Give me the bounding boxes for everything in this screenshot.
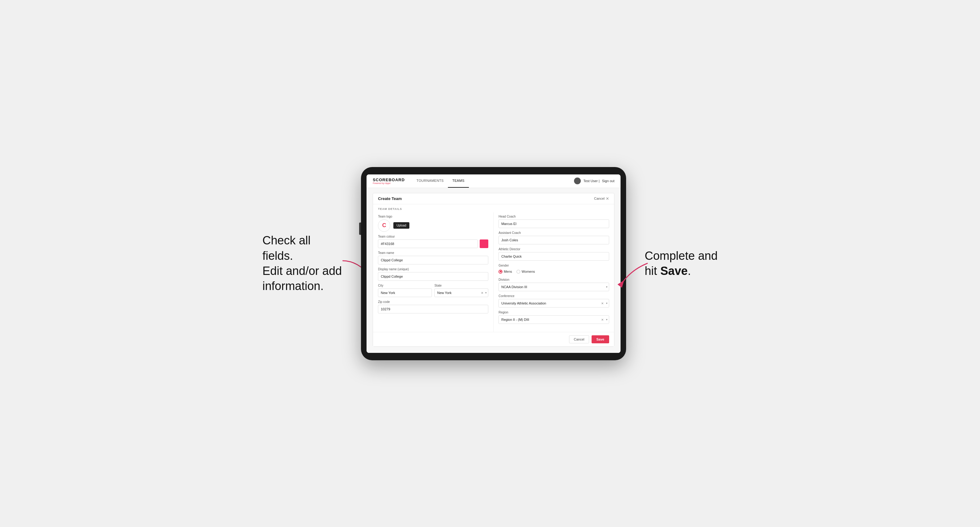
conference-label: Conference (498, 294, 609, 298)
head-coach-input[interactable] (498, 219, 609, 228)
logo-sub: Powered by clippd (373, 182, 405, 184)
zip-label: Zip code (378, 300, 488, 303)
user-text: Test User | (583, 179, 599, 183)
annotation-save-bold: Save (660, 264, 688, 277)
logo-circle: C (378, 219, 390, 232)
assistant-coach-input[interactable] (498, 236, 609, 244)
region-input[interactable] (498, 315, 609, 324)
logo-letter: C (382, 222, 386, 229)
state-label: State (434, 284, 488, 287)
division-select-wrap: NCAA Division III ▾ (498, 283, 609, 291)
cancel-top-label: Cancel (594, 197, 605, 200)
city-input[interactable] (378, 289, 432, 297)
team-colour-input[interactable] (378, 240, 478, 248)
head-coach-label: Head Coach (498, 215, 609, 218)
womens-radio-dot[interactable] (516, 270, 520, 274)
region-select-wrap: ✕ ▾ (498, 315, 609, 324)
annotation-right-end: . (688, 264, 691, 277)
annotation-right: Complete and hit Save. (644, 248, 718, 279)
display-name-input[interactable] (378, 272, 488, 281)
cancel-button[interactable]: Cancel (569, 335, 589, 343)
annotation-left-line1: Check all fields. (262, 234, 310, 262)
annotation-left-line3: information. (262, 279, 324, 292)
section-label: TEAM DETAILS (373, 204, 614, 212)
team-colour-label: Team colour (378, 235, 488, 238)
annotation-left-line2: Edit and/or add (262, 264, 342, 277)
womens-label: Womens (522, 270, 535, 273)
athletic-director-label: Athletic Director (498, 248, 609, 251)
head-coach-group: Head Coach (498, 215, 609, 228)
nav-bar: SCOREBOARD Powered by clippd TOURNAMENTS… (366, 175, 620, 188)
upload-button[interactable]: Upload (393, 222, 409, 229)
gender-label: Gender (498, 264, 609, 267)
arrow-right-indicator (620, 260, 651, 285)
tablet-screen: SCOREBOARD Powered by clippd TOURNAMENTS… (366, 175, 620, 353)
conference-input[interactable] (498, 299, 609, 308)
nav-user: Test User | Sign out (574, 178, 614, 184)
zip-input[interactable] (378, 305, 488, 313)
color-input-row (378, 240, 488, 248)
mens-radio-dot[interactable] (498, 270, 503, 274)
team-colour-group: Team colour (378, 235, 488, 248)
city-field-wrap: City (378, 284, 432, 297)
cancel-top[interactable]: Cancel ✕ (594, 196, 609, 201)
athletic-director-group: Athletic Director (498, 248, 609, 261)
conference-clear-icon[interactable]: ✕ (601, 302, 604, 305)
panel-title: Create Team (378, 196, 402, 201)
division-select[interactable]: NCAA Division III (498, 283, 609, 291)
panel-header: Create Team Cancel ✕ (373, 193, 614, 204)
color-swatch[interactable] (480, 240, 488, 248)
tablet-frame: SCOREBOARD Powered by clippd TOURNAMENTS… (361, 167, 626, 360)
save-button[interactable]: Save (592, 335, 609, 343)
team-logo-group: Team logo C Upload (378, 215, 488, 232)
team-name-label: Team name (378, 251, 488, 254)
state-input-wrap: ✕ ▾ (434, 289, 488, 297)
region-group: Region ✕ ▾ (498, 311, 609, 324)
gender-radio-group: Mens Womens (498, 268, 609, 275)
gender-mens-option[interactable]: Mens (498, 270, 512, 274)
avatar (574, 178, 581, 184)
logo-text: SCOREBOARD (373, 178, 405, 182)
panel-footer: Cancel Save (373, 332, 614, 346)
gender-womens-option[interactable]: Womens (516, 270, 535, 274)
nav-tab-teams[interactable]: TEAMS (448, 175, 469, 188)
display-name-group: Display name (unique) (378, 268, 488, 281)
form-right: Head Coach Assistant Coach Athletic Dire… (493, 212, 614, 332)
team-name-input[interactable] (378, 256, 488, 264)
region-clear-icon[interactable]: ✕ (601, 318, 604, 321)
state-clear-icon[interactable]: ✕ (481, 291, 484, 294)
city-label: City (378, 284, 432, 287)
city-state-group: City State ✕ ▾ (378, 284, 488, 297)
display-name-label: Display name (unique) (378, 268, 488, 271)
assistant-coach-label: Assistant Coach (498, 231, 609, 235)
nav-tabs: TOURNAMENTS TEAMS (412, 175, 574, 188)
form-left: Team logo C Upload Team colo (373, 212, 493, 332)
create-team-panel: Create Team Cancel ✕ TEAM DETAILS (373, 193, 614, 347)
division-group: Division NCAA Division III ▾ (498, 278, 609, 291)
annotation-left: Check all fields. Edit and/or add inform… (262, 233, 342, 294)
athletic-director-input[interactable] (498, 252, 609, 261)
team-name-group: Team name (378, 251, 488, 264)
mens-label: Mens (504, 270, 512, 273)
zip-code-group: Zip code (378, 300, 488, 313)
form-body: Team logo C Upload Team colo (373, 212, 614, 332)
annotation-right-line1: Complete and (644, 249, 718, 262)
main-content: Create Team Cancel ✕ TEAM DETAILS (366, 188, 620, 353)
assistant-coach-group: Assistant Coach (498, 231, 609, 244)
state-field-wrap: State ✕ ▾ (434, 284, 488, 297)
conference-select-wrap: ✕ ▾ (498, 299, 609, 308)
signout-link[interactable]: Sign out (602, 179, 614, 183)
region-label: Region (498, 311, 609, 314)
state-input[interactable] (434, 289, 488, 297)
app-logo: SCOREBOARD Powered by clippd (373, 178, 405, 184)
team-logo-label: Team logo (378, 215, 488, 218)
nav-tab-tournaments[interactable]: TOURNAMENTS (412, 175, 448, 188)
logo-area: C Upload (378, 219, 488, 232)
division-label: Division (498, 278, 609, 281)
close-icon[interactable]: ✕ (606, 196, 609, 201)
gender-group: Gender Mens Womens (498, 264, 609, 275)
conference-group: Conference ✕ ▾ (498, 294, 609, 308)
